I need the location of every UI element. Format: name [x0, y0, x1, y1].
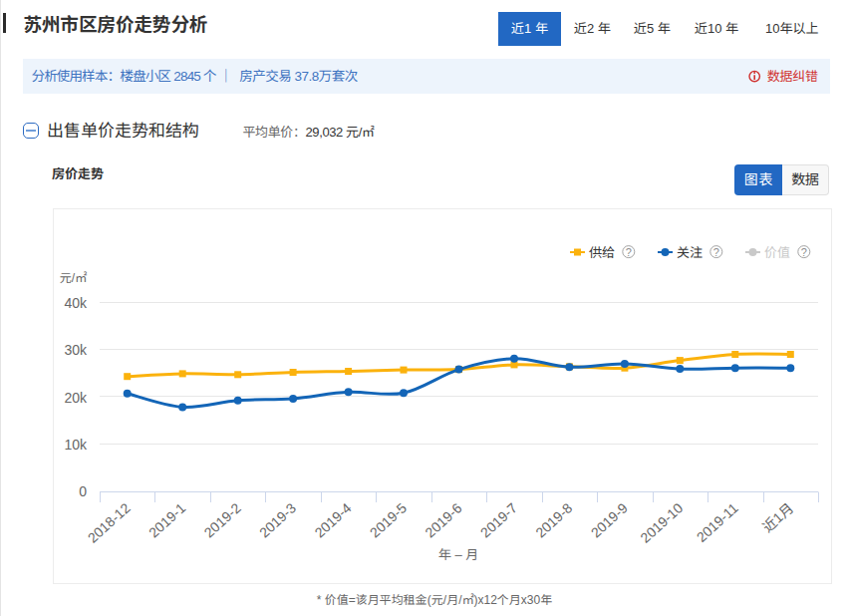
svg-text:?: ? — [801, 246, 807, 258]
svg-text:2019-3: 2019-3 — [256, 499, 299, 540]
svg-text:2018-12: 2018-12 — [85, 499, 134, 545]
svg-text:2019-11: 2019-11 — [694, 499, 741, 545]
svg-text:元/㎡: 元/㎡ — [60, 271, 88, 285]
svg-text:2019-6: 2019-6 — [422, 499, 464, 540]
svg-text:近1月: 近1月 — [759, 499, 796, 535]
svg-text:2019-10: 2019-10 — [637, 499, 686, 545]
svg-text:2019-1: 2019-1 — [145, 499, 188, 540]
svg-text:供给: 供给 — [589, 245, 615, 260]
svg-text:2019-2: 2019-2 — [201, 499, 244, 540]
svg-text:* 价值=该月平均租金(元/月/㎡)x12个月x30年: * 价值=该月平均租金(元/月/㎡)x12个月x30年 — [317, 593, 552, 607]
svg-text:2019-9: 2019-9 — [588, 499, 631, 540]
svg-text:40k: 40k — [64, 295, 88, 311]
svg-text:?: ? — [713, 246, 719, 258]
svg-text:关注: 关注 — [677, 245, 703, 260]
svg-text:2019-7: 2019-7 — [477, 499, 520, 540]
svg-text:价值: 价值 — [764, 245, 790, 260]
svg-text:10k: 10k — [64, 437, 88, 453]
svg-text:30k: 30k — [64, 342, 88, 358]
svg-text:20k: 20k — [64, 390, 88, 406]
svg-text:?: ? — [626, 246, 632, 258]
svg-text:年 – 月: 年 – 月 — [438, 547, 478, 562]
svg-text:2019-8: 2019-8 — [532, 499, 575, 540]
svg-text:0: 0 — [79, 483, 87, 499]
svg-text:2019-4: 2019-4 — [312, 499, 355, 540]
svg-text:2019-5: 2019-5 — [367, 499, 410, 540]
